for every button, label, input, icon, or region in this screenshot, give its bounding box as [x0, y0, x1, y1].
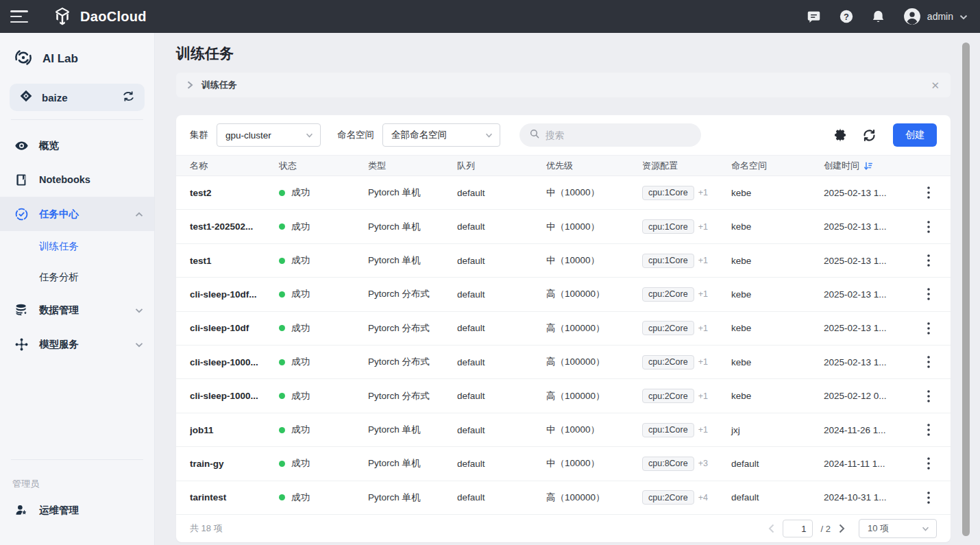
- resource-extra-count[interactable]: +1: [698, 357, 708, 367]
- task-type: Pytorch 单机: [368, 424, 457, 436]
- row-actions-kebab-icon[interactable]: [920, 252, 937, 269]
- breadcrumb-item[interactable]: 训练任务: [201, 79, 237, 91]
- column-header-label: 状态: [279, 160, 297, 172]
- namespace-label: 命名空间: [337, 129, 374, 141]
- column-header-优先级[interactable]: 优先级: [546, 160, 642, 172]
- task-name-link[interactable]: tarintest: [190, 492, 279, 502]
- resource-extra-count[interactable]: +3: [698, 459, 708, 468]
- column-header-创建时间[interactable]: 创建时间: [824, 160, 920, 172]
- task-name-link[interactable]: test1-202502...: [190, 221, 279, 232]
- sidebar-item-Notebooks[interactable]: Notebooks: [0, 162, 154, 197]
- row-actions-kebab-icon[interactable]: [920, 354, 937, 370]
- close-icon[interactable]: ✕: [931, 80, 940, 90]
- cluster-select[interactable]: gpu-cluster: [217, 123, 321, 147]
- row-actions-kebab-icon[interactable]: [920, 489, 937, 506]
- resource-extra-count[interactable]: +1: [698, 256, 708, 265]
- row-actions-kebab-icon[interactable]: [920, 388, 937, 404]
- resource-badge: cpu:8Core: [642, 457, 694, 471]
- column-header-label: 资源配置: [642, 160, 678, 172]
- chevron-right-icon[interactable]: [187, 81, 193, 89]
- task-name-link[interactable]: cli-sleep-1000...: [190, 357, 279, 367]
- column-header-状态[interactable]: 状态: [279, 160, 368, 172]
- resource-extra-count[interactable]: +1: [698, 425, 708, 435]
- row-actions-kebab-icon[interactable]: [920, 320, 937, 337]
- resource-extra-count[interactable]: +1: [698, 391, 708, 401]
- page-number-input[interactable]: [783, 520, 813, 537]
- created-time: 2025-02-13 1...: [824, 256, 920, 266]
- settings-gear-icon[interactable]: [833, 128, 848, 143]
- column-header-名称[interactable]: 名称: [190, 160, 279, 172]
- resource-extra-count[interactable]: +1: [698, 222, 708, 232]
- table-row: cli-sleep-1000...成功Pytorch 分布式default高（1…: [176, 379, 951, 413]
- task-name-link[interactable]: cli-sleep-1000...: [190, 391, 279, 401]
- workspace-selector[interactable]: baize: [10, 84, 145, 111]
- hamburger-menu-icon[interactable]: [10, 10, 28, 23]
- resource-extra-count[interactable]: +1: [698, 324, 708, 333]
- filter-toolbar: 集群 gpu-cluster 命名空间 全部命名空间: [176, 115, 951, 155]
- breadcrumb: 训练任务 ✕: [176, 73, 951, 97]
- task-name-link[interactable]: cli-sleep-10df...: [190, 289, 279, 300]
- row-actions-kebab-icon[interactable]: [920, 286, 937, 302]
- table-row: test1-202502...成功Pytorch 单机default中（1000…: [176, 210, 951, 243]
- switch-workspace-icon[interactable]: [122, 90, 135, 106]
- create-button[interactable]: 创建: [893, 123, 937, 147]
- sidebar-item-任务中心[interactable]: 任务中心: [0, 197, 154, 231]
- refresh-icon[interactable]: [861, 128, 877, 143]
- column-header-label: 类型: [368, 160, 386, 172]
- resource-cell: cpu:1Core+1: [642, 423, 731, 437]
- page-size-select[interactable]: 10 项: [859, 519, 937, 538]
- resource-cell: cpu:2Core+1: [642, 321, 731, 335]
- column-header-命名空间[interactable]: 命名空间: [731, 160, 824, 172]
- task-name-link[interactable]: test2: [190, 188, 279, 198]
- namespace: default: [731, 492, 824, 502]
- row-actions-kebab-icon[interactable]: [920, 422, 937, 438]
- next-page-icon[interactable]: [839, 524, 845, 533]
- column-header-类型[interactable]: 类型: [368, 160, 457, 172]
- sidebar-item-label: Notebooks: [39, 174, 143, 185]
- task-name-link[interactable]: job11: [190, 425, 279, 435]
- sidebar-item-ops-management[interactable]: 运维管理: [0, 493, 154, 527]
- task-name-link[interactable]: cli-sleep-10df: [190, 323, 279, 333]
- message-icon[interactable]: [807, 9, 822, 24]
- sidebar-item-概览[interactable]: 概览: [0, 128, 154, 162]
- bell-icon[interactable]: [871, 9, 886, 24]
- table-row: tarintest成功Pytorch 单机default高（100000）cpu…: [176, 481, 951, 515]
- row-actions-kebab-icon[interactable]: [920, 455, 937, 472]
- task-name-link[interactable]: train-gy: [190, 459, 279, 469]
- help-icon[interactable]: ?: [839, 9, 854, 24]
- table-row: cli-sleep-10df成功Pytorch 分布式default高（1000…: [176, 312, 951, 346]
- queue: default: [457, 256, 546, 266]
- namespace-select[interactable]: 全部命名空间: [382, 123, 500, 147]
- queue: default: [457, 492, 546, 502]
- vertical-scrollbar[interactable]: [962, 43, 970, 536]
- priority: 高（100000）: [546, 322, 642, 335]
- sidebar-item-训练任务[interactable]: 训练任务: [0, 231, 154, 262]
- resource-extra-count[interactable]: +4: [698, 493, 708, 502]
- user-menu[interactable]: admin: [903, 8, 968, 25]
- table-header: 名称状态类型队列优先级资源配置命名空间创建时间: [176, 155, 951, 176]
- eye-icon: [14, 138, 29, 153]
- column-header-资源配置[interactable]: 资源配置: [642, 160, 731, 172]
- task-name-link[interactable]: test1: [190, 256, 279, 266]
- sidebar-item-数据管理[interactable]: 数据管理: [0, 293, 154, 327]
- sort-descending-icon[interactable]: [863, 161, 873, 171]
- chevron-down-icon: [135, 339, 143, 350]
- column-header-队列[interactable]: 队列: [457, 160, 546, 172]
- status-success-dot: [279, 190, 285, 196]
- queue: default: [457, 289, 546, 300]
- resource-extra-count[interactable]: +1: [698, 289, 708, 299]
- prev-page-icon[interactable]: [768, 524, 774, 533]
- resource-extra-count[interactable]: +1: [698, 188, 708, 197]
- status-success-dot: [279, 325, 285, 331]
- sidebar-item-模型服务[interactable]: 模型服务: [0, 327, 154, 361]
- row-actions-kebab-icon[interactable]: [920, 219, 937, 235]
- status-text: 成功: [291, 356, 310, 368]
- created-time: 2025-02-13 1...: [824, 221, 920, 232]
- sidebar-item-任务分析[interactable]: 任务分析: [0, 262, 154, 293]
- row-actions-kebab-icon[interactable]: [920, 184, 937, 201]
- ops-icon: [14, 503, 29, 517]
- search-input[interactable]: [546, 130, 691, 141]
- status-success-dot: [279, 291, 285, 298]
- table-row: cli-sleep-1000...成功Pytorch 分布式default高（1…: [176, 346, 951, 379]
- brand[interactable]: DaoCloud: [51, 5, 147, 27]
